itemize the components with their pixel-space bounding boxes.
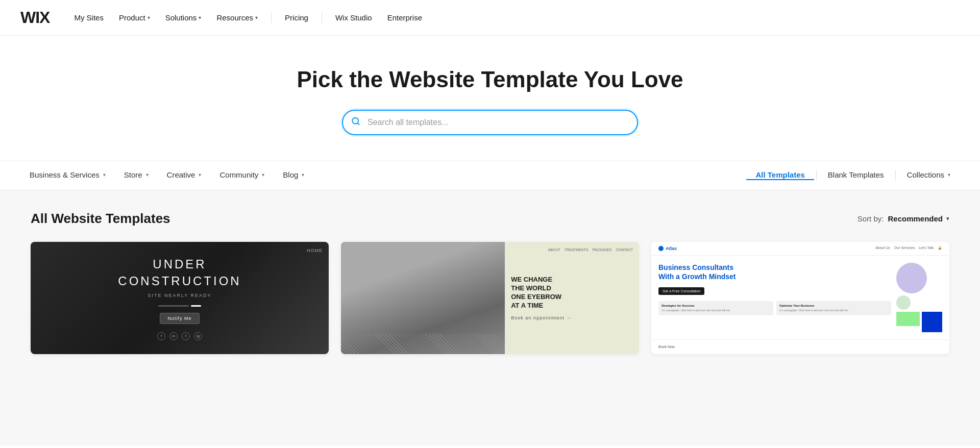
atlas-shapes bbox=[896, 263, 942, 332]
template-thumb-2: BRW. ABOUT TREATMENTS PACKAGES CONTACT bbox=[341, 242, 639, 354]
nav-item-wix-studio[interactable]: Wix Studio bbox=[329, 9, 378, 26]
atlas-text-content: Business Consultants With a Growth Minds… bbox=[658, 263, 891, 332]
uc-progress-bar bbox=[158, 305, 201, 307]
brw-face-image bbox=[341, 242, 505, 354]
template-thumb-3: Atlas About Us Our Services Let's Talk 🔒 bbox=[651, 242, 949, 354]
nav-item-my-sites[interactable]: My Sites bbox=[68, 9, 110, 26]
template-grid: HOME UNDER CONSTRUCTION SITE NEARLY READ… bbox=[31, 242, 949, 354]
thumb-business: Atlas About Us Our Services Let's Talk 🔒 bbox=[651, 242, 949, 354]
nav-divider-2 bbox=[322, 13, 322, 23]
cat-right-group: All Templates Blank Templates Collection… bbox=[746, 170, 960, 181]
community-chevron-icon: ▾ bbox=[262, 172, 264, 178]
brw-nav-links: ABOUT TREATMENTS PACKAGES CONTACT bbox=[548, 248, 633, 253]
nav-item-solutions[interactable]: Solutions ▾ bbox=[159, 9, 208, 26]
cat-item-business-services[interactable]: Business & Services ▾ bbox=[20, 161, 115, 190]
search-container bbox=[342, 110, 638, 135]
sort-chevron-icon: ▾ bbox=[946, 215, 949, 222]
uc-title: UNDER CONSTRUCTION bbox=[118, 256, 241, 290]
stat-2: Optimize Your Business I'm a paragraph. … bbox=[776, 301, 891, 315]
progress-dark bbox=[158, 305, 189, 307]
product-chevron-icon: ▾ bbox=[148, 15, 150, 20]
atlas-cta-button: Get a Free Consultation bbox=[658, 287, 704, 295]
shape-lime-rect bbox=[896, 312, 920, 326]
main-header: All Website Templates Sort by: Recommend… bbox=[31, 211, 949, 227]
atlas-nav: Atlas About Us Our Services Let's Talk 🔒 bbox=[651, 242, 949, 256]
section-title: All Website Templates bbox=[31, 211, 170, 227]
stat-1: Strategies for Success I'm a paragraph. … bbox=[658, 301, 773, 315]
cat-item-creative[interactable]: Creative ▾ bbox=[158, 161, 211, 190]
face-stripe bbox=[341, 334, 505, 354]
template-thumb-1: HOME UNDER CONSTRUCTION SITE NEARLY READ… bbox=[31, 242, 329, 354]
brw-side-content: WE CHANGE THE WORLD ONE EYEBROW AT A TIM… bbox=[505, 242, 639, 354]
linkedin-icon: in bbox=[169, 332, 178, 340]
cat-item-all-templates[interactable]: All Templates bbox=[746, 170, 814, 180]
cat-divider-2 bbox=[895, 170, 896, 181]
nav-item-pricing[interactable]: Pricing bbox=[279, 9, 314, 26]
template-card-under-construction[interactable]: HOME UNDER CONSTRUCTION SITE NEARLY READ… bbox=[31, 242, 329, 354]
thumb-beauty: BRW. ABOUT TREATMENTS PACKAGES CONTACT bbox=[341, 242, 639, 354]
template-card-business-consultants[interactable]: Atlas About Us Our Services Let's Talk 🔒 bbox=[651, 242, 949, 354]
nav-item-product[interactable]: Product ▾ bbox=[113, 9, 156, 26]
stat-2-title: Optimize Your Business bbox=[779, 304, 888, 307]
footer-link: Book Now bbox=[658, 345, 675, 349]
cat-item-blank-templates[interactable]: Blank Templates bbox=[819, 170, 893, 180]
uc-social-icons: f in t ig bbox=[157, 332, 202, 340]
business-services-chevron-icon: ▾ bbox=[103, 172, 106, 178]
sort-control[interactable]: Sort by: Recommended ▾ bbox=[857, 214, 949, 223]
hero-title: Pick the Website Template You Love bbox=[297, 66, 683, 93]
search-input[interactable] bbox=[342, 110, 638, 135]
atlas-logo: Atlas bbox=[658, 246, 677, 251]
cat-item-community[interactable]: Community ▾ bbox=[210, 161, 274, 190]
main-content: All Website Templates Sort by: Recommend… bbox=[0, 190, 980, 445]
hero-section: Pick the Website Template You Love bbox=[0, 36, 980, 161]
nav-item-resources[interactable]: Resources ▾ bbox=[210, 9, 264, 26]
stat-1-title: Strategies for Success bbox=[662, 304, 770, 307]
instagram-icon: ig bbox=[194, 332, 202, 340]
cat-item-blog[interactable]: Blog ▾ bbox=[274, 161, 313, 190]
brw-cta: Book an Appointment bbox=[511, 315, 633, 320]
facebook-icon: f bbox=[157, 332, 165, 340]
atlas-body: Business Consultants With a Growth Minds… bbox=[651, 256, 949, 339]
solutions-chevron-icon: ▾ bbox=[199, 15, 201, 20]
atlas-stats: Strategies for Success I'm a paragraph. … bbox=[658, 301, 891, 315]
shape-green-circle bbox=[896, 295, 911, 310]
blog-chevron-icon: ▾ bbox=[302, 172, 304, 178]
store-chevron-icon: ▾ bbox=[146, 172, 149, 178]
stat-1-text: I'm a paragraph. Click here to add your … bbox=[662, 309, 770, 312]
collections-chevron-icon: ▾ bbox=[948, 172, 950, 178]
uc-nav-text: HOME bbox=[307, 248, 323, 253]
creative-chevron-icon: ▾ bbox=[199, 172, 201, 178]
stat-2-text: I'm a paragraph. Click here to add your … bbox=[779, 309, 888, 312]
cat-item-collections[interactable]: Collections ▾ bbox=[898, 170, 960, 180]
atlas-logo-icon bbox=[658, 246, 664, 251]
progress-light bbox=[191, 305, 201, 307]
main-nav: My Sites Product ▾ Solutions ▾ Resources… bbox=[68, 9, 960, 26]
atlas-headline: Business Consultants With a Growth Minds… bbox=[658, 263, 891, 281]
template-card-brw-beauty[interactable]: BRW. ABOUT TREATMENTS PACKAGES CONTACT bbox=[341, 242, 639, 354]
atlas-nav-links: About Us Our Services Let's Talk 🔒 bbox=[875, 246, 942, 251]
twitter-icon: t bbox=[182, 332, 190, 340]
brw-tagline: WE CHANGE THE WORLD ONE EYEBROW AT A TIM… bbox=[511, 276, 633, 310]
uc-cta-button: Notify Me bbox=[160, 313, 199, 324]
nav-item-enterprise[interactable]: Enterprise bbox=[381, 9, 428, 26]
category-nav: Business & Services ▾ Store ▾ Creative ▾… bbox=[0, 161, 980, 190]
shape-blue-square bbox=[922, 312, 942, 332]
header: WIX My Sites Product ▾ Solutions ▾ Resou… bbox=[0, 0, 980, 36]
resources-chevron-icon: ▾ bbox=[255, 15, 258, 20]
wix-logo[interactable]: WIX bbox=[20, 8, 50, 27]
thumb-under-construction: HOME UNDER CONSTRUCTION SITE NEARLY READ… bbox=[31, 242, 329, 354]
nav-divider-1 bbox=[271, 13, 272, 23]
cat-item-store[interactable]: Store ▾ bbox=[115, 161, 158, 190]
uc-subtitle: SITE NEARLY READY bbox=[148, 293, 211, 298]
shape-purple-circle bbox=[896, 263, 927, 293]
cat-divider-1 bbox=[816, 170, 817, 181]
atlas-footer: Book Now bbox=[651, 339, 949, 354]
